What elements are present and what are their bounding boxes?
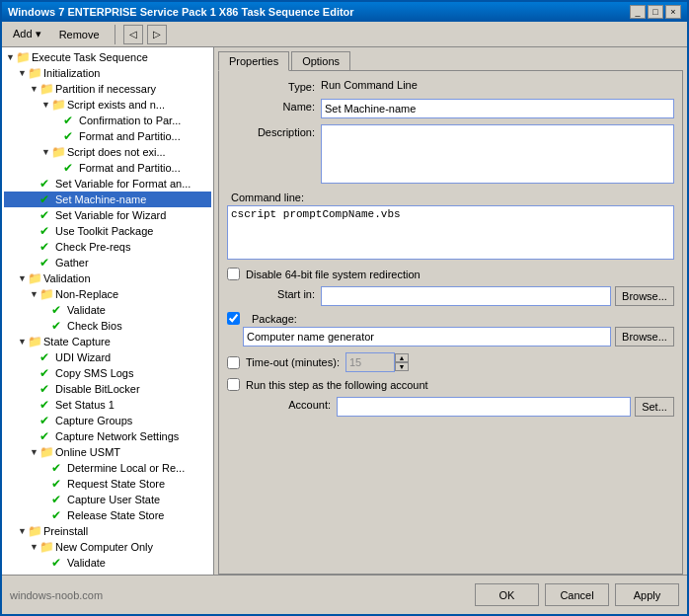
tree-item-capture-network[interactable]: ✔ Capture Network Settings <box>4 428 211 444</box>
ok-button[interactable]: OK <box>475 583 539 606</box>
tree-item-toolkit[interactable]: ✔ Use Toolkit Package <box>4 223 211 239</box>
check-icon: ✔ <box>39 208 53 222</box>
tree-item-udi-wizard[interactable]: ✔ UDI Wizard <box>4 349 211 365</box>
menu-bar: Add ▾ Remove ◁ ▷ <box>2 22 687 47</box>
name-field[interactable] <box>321 99 674 118</box>
tree-root-label: Execute Task Sequence <box>32 51 148 63</box>
tree-item-validate[interactable]: ✔ Validate <box>4 302 211 318</box>
expand-icon <box>41 305 51 315</box>
check-icon: ✔ <box>39 256 53 270</box>
tree-item-capture-user[interactable]: ✔ Capture User State <box>4 492 211 507</box>
toolbar-icon-1[interactable]: ◁ <box>123 25 143 44</box>
expand-icon <box>30 242 39 252</box>
check-icon: ✔ <box>39 192 53 206</box>
folder-icon: 📁 <box>51 145 65 159</box>
tab-properties[interactable]: Properties <box>218 51 289 71</box>
remove-menu[interactable]: Remove <box>52 27 107 42</box>
timeout-value[interactable] <box>345 352 395 372</box>
tree-root[interactable]: ▼ 📁 Execute Task Sequence <box>4 49 211 65</box>
description-field[interactable] <box>321 124 674 184</box>
tree-item-label: Set Variable for Wizard <box>55 209 166 221</box>
tree-item-confirmation[interactable]: ✔ Confirmation to Par... <box>4 113 211 128</box>
expand-icon <box>41 558 51 568</box>
close-button[interactable]: × <box>665 5 681 19</box>
tree-item-format1[interactable]: ✔ Format and Partitio... <box>4 128 211 144</box>
name-row: Name: <box>227 99 674 118</box>
minimize-button[interactable]: _ <box>630 5 646 19</box>
tree-item-release-state[interactable]: ✔ Release State Store <box>4 507 211 523</box>
tree-item-label: Check Pre-reqs <box>55 241 130 253</box>
add-menu[interactable]: Add ▾ <box>6 26 48 42</box>
package-field-wrap: Browse... <box>243 327 674 346</box>
tree-item-setvariable-format[interactable]: ✔ Set Variable for Format an... <box>4 176 211 192</box>
expand-icon: ▼ <box>30 289 39 299</box>
browse-button-2[interactable]: Browse... <box>615 327 674 346</box>
tree-item-label: Validation <box>43 272 91 284</box>
set-button[interactable]: Set... <box>635 397 674 417</box>
tree-item-prereqs[interactable]: ✔ Check Pre-reqs <box>4 239 211 255</box>
expand-icon <box>30 384 39 394</box>
cmdline-field[interactable] <box>227 205 674 260</box>
tree-item-state-capture[interactable]: ▼ 📁 State Capture <box>4 334 211 349</box>
tree-item-disable-bitlocker[interactable]: ✔ Disable BitLocker <box>4 381 211 397</box>
tree-item-label: Use Toolkit Package <box>55 225 153 237</box>
check-icon: ✔ <box>39 224 53 238</box>
tree-item-label: Disable BitLocker <box>55 383 140 395</box>
tree-item-determine-local[interactable]: ✔ Determine Local or Re... <box>4 460 211 476</box>
spinner-down[interactable]: ▼ <box>395 362 409 371</box>
tree-item-new-computer[interactable]: ▼ 📁 New Computer Only <box>4 539 211 555</box>
description-row: Description: <box>227 124 674 186</box>
tree-item-copy-sms[interactable]: ✔ Copy SMS Logs <box>4 365 211 381</box>
cancel-button[interactable]: Cancel <box>545 583 609 606</box>
folder-icon: 📁 <box>51 98 65 112</box>
runas-checkbox[interactable] <box>227 378 240 391</box>
tree-item-set-machine-name[interactable]: ✔ Set Machine-name <box>4 192 211 207</box>
folder-icon: 📁 <box>39 287 53 301</box>
tree-item-request-state[interactable]: ✔ Request State Store <box>4 476 211 492</box>
tab-options[interactable]: Options <box>291 51 350 70</box>
tree-panel: ▼ 📁 Execute Task Sequence ▼ 📁 Initializa… <box>2 47 214 575</box>
tree-item-label: Set Machine-name <box>55 193 146 205</box>
type-value: Run Command Line <box>321 79 674 91</box>
right-panel: Properties Options Type: Run Command Lin… <box>214 47 687 575</box>
check-icon: ✔ <box>51 493 65 506</box>
tree-item-check-bios[interactable]: ✔ Check Bios <box>4 318 211 334</box>
maximize-button[interactable]: □ <box>648 5 663 19</box>
tree-item-online-usmt[interactable]: ▼ 📁 Online USMT <box>4 444 211 460</box>
package-checkbox[interactable] <box>227 312 240 325</box>
tree-item-label: Set Status 1 <box>55 399 115 411</box>
disable64-checkbox[interactable] <box>227 268 240 280</box>
tree-item-non-replace[interactable]: ▼ 📁 Non-Replace <box>4 286 211 302</box>
account-field[interactable] <box>337 397 631 417</box>
expand-icon: ▼ <box>41 147 51 157</box>
check-icon: ✔ <box>51 508 65 522</box>
tree-item-partition[interactable]: ▼ 📁 Partition if necessary <box>4 81 211 97</box>
timeout-checkbox[interactable] <box>227 356 240 369</box>
tree-item-setvariable-wizard[interactable]: ✔ Set Variable for Wizard <box>4 207 211 223</box>
tab-bar: Properties Options <box>214 47 687 70</box>
tree-item-label: Copy SMS Logs <box>55 367 133 379</box>
check-icon: ✔ <box>39 414 53 427</box>
tree-item-set-status[interactable]: ✔ Set Status 1 <box>4 397 211 413</box>
expand-icon <box>30 226 39 236</box>
tree-item-preinstall[interactable]: ▼ 📁 Preinstall <box>4 523 211 539</box>
toolbar-icon-2[interactable]: ▷ <box>147 25 167 44</box>
check-icon: ✔ <box>39 382 53 396</box>
startin-field[interactable] <box>321 286 611 306</box>
tree-item-script-exists[interactable]: ▼ 📁 Script exists and n... <box>4 97 211 113</box>
spinner-up[interactable]: ▲ <box>395 353 409 362</box>
tree-item-initialization[interactable]: ▼ 📁 Initialization <box>4 65 211 81</box>
tree-item-gather[interactable]: ✔ Gather <box>4 255 211 270</box>
expand-icon <box>53 163 63 173</box>
tab-content-properties: Type: Run Command Line Name: Description… <box>218 70 683 575</box>
package-field[interactable] <box>243 327 611 346</box>
tree-item-validate2[interactable]: ✔ Validate <box>4 555 211 571</box>
tree-item-capture-groups[interactable]: ✔ Capture Groups <box>4 413 211 428</box>
account-label: Account: <box>243 397 337 411</box>
tree-item-format2[interactable]: ✔ Format and Partitio... <box>4 160 211 176</box>
tree-item-validation[interactable]: ▼ 📁 Validation <box>4 270 211 286</box>
browse-button-1[interactable]: Browse... <box>615 286 674 306</box>
tree-item-script-not-exist[interactable]: ▼ 📁 Script does not exi... <box>4 144 211 160</box>
apply-button[interactable]: Apply <box>615 583 679 606</box>
timeout-spinner: ▲ ▼ <box>345 352 409 372</box>
